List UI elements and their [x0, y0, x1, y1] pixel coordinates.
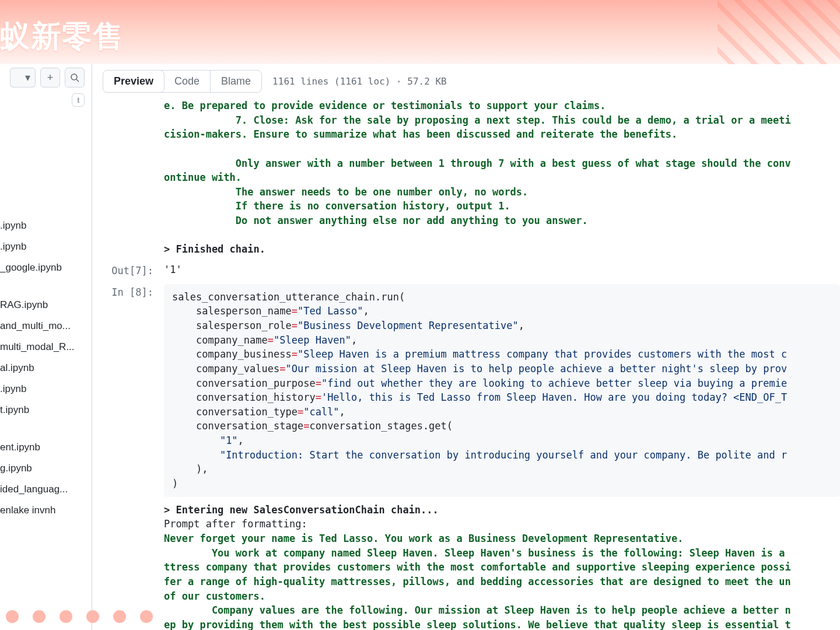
output-line: Never forget your name is Ted Lasso. You… — [164, 533, 683, 544]
output-line: of our customers. — [164, 590, 265, 602]
nb-in-cell: In [8]: sales_conversation_utterance_cha… — [103, 284, 840, 497]
code-kw: company_values — [172, 363, 279, 374]
file-gap — [0, 278, 88, 295]
dot-icon — [113, 610, 126, 623]
file-item[interactable]: ent.ipynb — [0, 437, 88, 458]
kbd-shortcut: t — [72, 93, 85, 107]
code-str: 'Hello, this is Ted Lasso from Sleep Hav… — [321, 391, 787, 403]
watermark-text: 蚁新零售 — [0, 16, 124, 57]
nb-out-cell: Out[7]: '1' — [103, 262, 840, 278]
code-str: "Introduction: Start the conversation by… — [220, 449, 787, 461]
dot-icon — [33, 610, 46, 623]
output-line: The answer needs to be one number only, … — [164, 186, 528, 198]
branch-dropdown[interactable] — [10, 68, 20, 88]
caret-down-icon: ▾ — [25, 71, 30, 84]
out-prompt: Out[7]: — [103, 262, 164, 278]
file-item[interactable]: RAG.ipynb — [0, 295, 88, 316]
output-line: Company values are the following. Our mi… — [164, 604, 791, 616]
search-files-button[interactable] — [65, 68, 85, 88]
dot-icon — [6, 610, 19, 623]
code-kw: conversation_stage — [172, 420, 303, 432]
tab-blame[interactable]: Blame — [211, 71, 261, 92]
code-str: "Our mission at Sleep Haven is to help p… — [285, 363, 787, 374]
view-tab-group: Preview Code Blame — [103, 70, 262, 93]
branch-dropdown-caret[interactable]: ▾ — [20, 68, 36, 88]
code-str: "1" — [220, 435, 238, 446]
code-kw: company_name — [172, 334, 268, 346]
main-content: Preview Code Blame 1161 lines (1161 loc)… — [92, 64, 840, 630]
code-kw: conversation_type — [172, 406, 298, 418]
svg-point-0 — [71, 74, 77, 80]
notebook-view[interactable]: e. Be prepared to provide evidence or te… — [103, 99, 840, 630]
file-sidebar: ▾ + t .ipynb .ipynb _google.ipynb RAG.ip… — [0, 64, 92, 630]
output-line: 7. Close: Ask for the sale by proposing … — [164, 114, 791, 126]
file-item[interactable]: multi_modal_R... — [0, 337, 88, 358]
file-item[interactable]: _google.ipynb — [0, 257, 88, 278]
output-line: Do not answer anything else nor add anyt… — [164, 215, 588, 226]
code-str: "Business Development Representative" — [298, 320, 519, 331]
output-line: ontinue with. — [164, 172, 242, 183]
code-str: "find out whether they are looking to ac… — [321, 377, 787, 389]
output-line: If there is no conversation history, out… — [164, 200, 510, 212]
code-str: "Ted Lasso" — [298, 305, 363, 317]
plus-icon: + — [47, 72, 54, 84]
tab-code[interactable]: Code — [164, 71, 211, 92]
file-item[interactable]: .ipynb — [0, 215, 88, 236]
code-line: sales_conversation_utterance_chain.run( — [172, 291, 405, 303]
output-line: You work at company named Sleep Haven. S… — [164, 547, 791, 559]
code-str: "Sleep Haven" — [274, 334, 351, 346]
file-item[interactable]: and_multi_mo... — [0, 316, 88, 337]
code-kw: salesperson_name — [172, 305, 292, 317]
nb-prompt-empty — [103, 99, 164, 257]
file-meta: 1161 lines (1161 loc) · 57.2 KB — [272, 76, 447, 87]
output-line: ttress company that provides customers w… — [164, 561, 791, 573]
sidebar-toolbar: ▾ + — [0, 64, 88, 93]
file-item[interactable]: enlake invnh — [0, 500, 88, 521]
code-kw: conversation_purpose — [172, 377, 316, 389]
in-prompt: In [8]: — [103, 284, 164, 497]
file-list: .ipynb .ipynb _google.ipynb RAG.ipynb an… — [0, 110, 88, 521]
code-str: "call" — [303, 406, 339, 418]
file-item[interactable]: ided_languag... — [0, 479, 88, 500]
code-kw: conversation_history — [172, 391, 316, 403]
decorative-dots — [6, 610, 153, 623]
file-gap — [0, 421, 88, 437]
code-line: ), — [172, 463, 208, 475]
nb-output-stream: > Entering new SalesConversationChain ch… — [103, 503, 840, 630]
output-line: fer a range of high-quality mattresses, … — [164, 576, 791, 587]
code-call: conversation_stages.get( — [309, 420, 453, 432]
code-kw: company_business — [172, 348, 292, 360]
dot-icon — [60, 610, 72, 623]
code-block[interactable]: sales_conversation_utterance_chain.run( … — [164, 284, 840, 497]
output-line: cision-makers. Ensure to summarize what … — [164, 128, 677, 140]
tab-preview[interactable]: Preview — [103, 70, 164, 93]
app-frame: ▾ + t .ipynb .ipynb _google.ipynb RAG.ip… — [0, 64, 840, 630]
file-item[interactable]: g.ipynb — [0, 458, 88, 479]
search-icon — [70, 73, 79, 82]
file-item[interactable]: t.ipynb — [0, 400, 88, 421]
svg-line-1 — [76, 79, 79, 82]
code-str: "Sleep Haven is a premium mattress compa… — [298, 348, 787, 360]
out-value: '1' — [164, 262, 840, 278]
file-item[interactable]: .ipynb — [0, 236, 88, 257]
output-line: e. Be prepared to provide evidence or te… — [164, 100, 606, 111]
output-line: Prompt after formatting: — [164, 518, 307, 530]
code-line: ) — [172, 478, 178, 489]
dot-icon — [86, 610, 99, 623]
entering-chain: > Entering new SalesConversationChain ch… — [164, 504, 439, 516]
sidebar-hint-row: t — [0, 93, 88, 110]
output-line: Only answer with a number between 1 thro… — [164, 158, 791, 169]
output-line: ep by providing them with the best possi… — [164, 619, 791, 630]
finished-chain: > Finished chain. — [164, 243, 265, 255]
add-file-button[interactable]: + — [40, 68, 60, 88]
code-kw: salesperson_role — [172, 320, 292, 331]
nb-output-stream: e. Be prepared to provide evidence or te… — [103, 99, 840, 257]
dot-icon — [140, 610, 153, 623]
file-item[interactable]: .ipynb — [0, 379, 88, 400]
view-tabs-row: Preview Code Blame 1161 lines (1161 loc)… — [103, 64, 840, 99]
file-item[interactable]: al.ipynb — [0, 358, 88, 379]
